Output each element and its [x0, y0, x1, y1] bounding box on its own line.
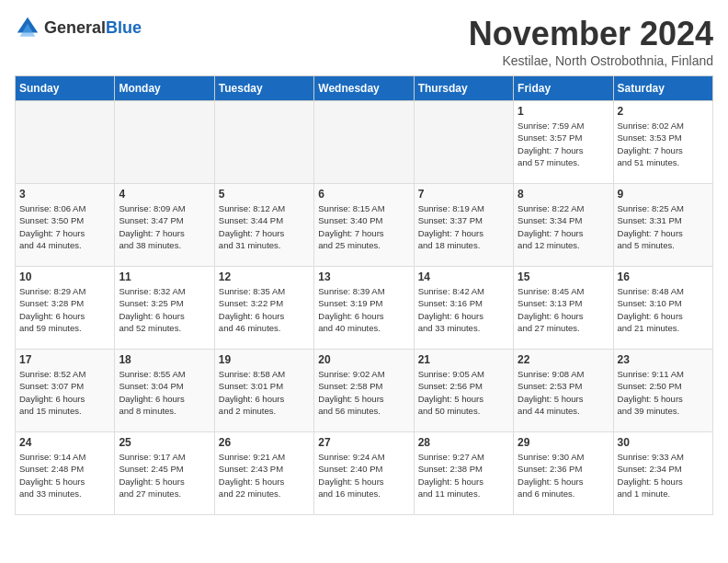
day-number: 14 [418, 270, 509, 283]
day-number: 3 [19, 188, 110, 201]
day-number: 22 [518, 353, 609, 366]
day-info: Sunrise: 8:09 AM Sunset: 3:47 PM Dayligh… [119, 202, 210, 251]
day-info: Sunrise: 8:29 AM Sunset: 3:28 PM Dayligh… [19, 285, 110, 334]
header: GeneralBlue November 2024 Kestilae, Nort… [15, 15, 713, 68]
weekday-header-tuesday: Tuesday [214, 76, 313, 101]
day-number: 21 [418, 353, 509, 366]
calendar-cell: 12Sunrise: 8:35 AM Sunset: 3:22 PM Dayli… [214, 267, 313, 350]
day-number: 10 [19, 270, 110, 283]
calendar-cell: 28Sunrise: 9:27 AM Sunset: 2:38 PM Dayli… [414, 432, 513, 515]
calendar-cell: 18Sunrise: 8:55 AM Sunset: 3:04 PM Dayli… [115, 350, 214, 432]
day-info: Sunrise: 9:05 AM Sunset: 2:56 PM Dayligh… [418, 368, 509, 417]
day-info: Sunrise: 9:11 AM Sunset: 2:50 PM Dayligh… [618, 368, 709, 417]
weekday-header-row: SundayMondayTuesdayWednesdayThursdayFrid… [16, 76, 713, 101]
day-number: 28 [418, 436, 509, 449]
day-info: Sunrise: 8:02 AM Sunset: 3:53 PM Dayligh… [618, 120, 709, 168]
calendar-cell: 22Sunrise: 9:08 AM Sunset: 2:53 PM Dayli… [514, 350, 613, 432]
day-info: Sunrise: 8:58 AM Sunset: 3:01 PM Dayligh… [219, 368, 310, 417]
day-number: 4 [119, 188, 210, 201]
day-number: 17 [19, 353, 110, 366]
calendar-cell: 21Sunrise: 9:05 AM Sunset: 2:56 PM Dayli… [414, 350, 513, 432]
day-info: Sunrise: 8:52 AM Sunset: 3:07 PM Dayligh… [19, 368, 110, 417]
weekday-header-wednesday: Wednesday [314, 76, 414, 101]
calendar-cell [214, 101, 313, 184]
calendar: SundayMondayTuesdayWednesdayThursdayFrid… [15, 75, 713, 515]
weekday-header-thursday: Thursday [414, 76, 513, 101]
calendar-cell: 25Sunrise: 9:17 AM Sunset: 2:45 PM Dayli… [115, 432, 214, 515]
day-number: 6 [318, 188, 409, 201]
day-info: Sunrise: 8:39 AM Sunset: 3:19 PM Dayligh… [318, 285, 409, 334]
calendar-cell: 15Sunrise: 8:45 AM Sunset: 3:13 PM Dayli… [514, 267, 613, 350]
calendar-cell: 11Sunrise: 8:32 AM Sunset: 3:25 PM Dayli… [115, 267, 214, 350]
week-row-5: 24Sunrise: 9:14 AM Sunset: 2:48 PM Dayli… [16, 432, 713, 515]
calendar-cell: 24Sunrise: 9:14 AM Sunset: 2:48 PM Dayli… [16, 432, 115, 515]
title-area: November 2024 Kestilae, North Ostrobothn… [469, 15, 713, 68]
calendar-cell: 8Sunrise: 8:22 AM Sunset: 3:34 PM Daylig… [514, 184, 613, 267]
day-number: 1 [518, 105, 609, 118]
calendar-cell: 19Sunrise: 8:58 AM Sunset: 3:01 PM Dayli… [214, 350, 313, 432]
calendar-cell: 17Sunrise: 8:52 AM Sunset: 3:07 PM Dayli… [16, 350, 115, 432]
day-info: Sunrise: 9:08 AM Sunset: 2:53 PM Dayligh… [518, 368, 609, 417]
calendar-cell: 14Sunrise: 8:42 AM Sunset: 3:16 PM Dayli… [414, 267, 513, 350]
day-number: 23 [618, 353, 709, 366]
week-row-3: 10Sunrise: 8:29 AM Sunset: 3:28 PM Dayli… [16, 267, 713, 350]
calendar-cell: 7Sunrise: 8:19 AM Sunset: 3:37 PM Daylig… [414, 184, 513, 267]
day-info: Sunrise: 9:02 AM Sunset: 2:58 PM Dayligh… [318, 368, 409, 417]
calendar-cell: 4Sunrise: 8:09 AM Sunset: 3:47 PM Daylig… [115, 184, 214, 267]
day-info: Sunrise: 8:06 AM Sunset: 3:50 PM Dayligh… [19, 202, 110, 251]
day-number: 12 [219, 270, 310, 283]
week-row-2: 3Sunrise: 8:06 AM Sunset: 3:50 PM Daylig… [16, 184, 713, 267]
weekday-header-sunday: Sunday [16, 76, 115, 101]
day-info: Sunrise: 8:25 AM Sunset: 3:31 PM Dayligh… [618, 202, 709, 251]
location-title: Kestilae, North Ostrobothnia, Finland [469, 53, 713, 68]
calendar-cell: 20Sunrise: 9:02 AM Sunset: 2:58 PM Dayli… [314, 350, 414, 432]
weekday-header-monday: Monday [115, 76, 214, 101]
calendar-cell: 3Sunrise: 8:06 AM Sunset: 3:50 PM Daylig… [16, 184, 115, 267]
calendar-cell: 27Sunrise: 9:24 AM Sunset: 2:40 PM Dayli… [314, 432, 414, 515]
calendar-cell: 26Sunrise: 9:21 AM Sunset: 2:43 PM Dayli… [214, 432, 313, 515]
day-info: Sunrise: 9:17 AM Sunset: 2:45 PM Dayligh… [119, 451, 210, 500]
day-info: Sunrise: 9:21 AM Sunset: 2:43 PM Dayligh… [219, 451, 310, 500]
day-number: 7 [418, 188, 509, 201]
day-number: 2 [618, 105, 709, 118]
day-info: Sunrise: 8:19 AM Sunset: 3:37 PM Dayligh… [418, 202, 509, 251]
calendar-cell: 9Sunrise: 8:25 AM Sunset: 3:31 PM Daylig… [613, 184, 712, 267]
day-number: 24 [19, 436, 110, 449]
month-title: November 2024 [469, 15, 713, 53]
day-info: Sunrise: 8:45 AM Sunset: 3:13 PM Dayligh… [518, 285, 609, 334]
calendar-cell: 29Sunrise: 9:30 AM Sunset: 2:36 PM Dayli… [514, 432, 613, 515]
weekday-header-friday: Friday [514, 76, 613, 101]
calendar-cell: 5Sunrise: 8:12 AM Sunset: 3:44 PM Daylig… [214, 184, 313, 267]
calendar-cell [314, 101, 414, 184]
day-number: 25 [119, 436, 210, 449]
calendar-cell [16, 101, 115, 184]
calendar-cell: 10Sunrise: 8:29 AM Sunset: 3:28 PM Dayli… [16, 267, 115, 350]
logo-general: General [44, 18, 106, 37]
day-info: Sunrise: 8:35 AM Sunset: 3:22 PM Dayligh… [219, 285, 310, 334]
day-number: 5 [219, 188, 310, 201]
calendar-cell [115, 101, 214, 184]
calendar-cell: 16Sunrise: 8:48 AM Sunset: 3:10 PM Dayli… [613, 267, 712, 350]
calendar-cell: 23Sunrise: 9:11 AM Sunset: 2:50 PM Dayli… [613, 350, 712, 432]
calendar-cell: 6Sunrise: 8:15 AM Sunset: 3:40 PM Daylig… [314, 184, 414, 267]
day-info: Sunrise: 9:33 AM Sunset: 2:34 PM Dayligh… [618, 451, 709, 500]
day-info: Sunrise: 7:59 AM Sunset: 3:57 PM Dayligh… [518, 120, 609, 168]
week-row-4: 17Sunrise: 8:52 AM Sunset: 3:07 PM Dayli… [16, 350, 713, 432]
day-number: 9 [618, 188, 709, 201]
day-info: Sunrise: 8:15 AM Sunset: 3:40 PM Dayligh… [318, 202, 409, 251]
logo-blue: Blue [106, 18, 142, 37]
day-number: 8 [518, 188, 609, 201]
day-number: 16 [618, 270, 709, 283]
day-number: 27 [318, 436, 409, 449]
day-info: Sunrise: 9:24 AM Sunset: 2:40 PM Dayligh… [318, 451, 409, 500]
day-number: 29 [518, 436, 609, 449]
calendar-cell [414, 101, 513, 184]
calendar-cell: 30Sunrise: 9:33 AM Sunset: 2:34 PM Dayli… [613, 432, 712, 515]
logo-icon [15, 15, 40, 40]
day-number: 13 [318, 270, 409, 283]
calendar-cell: 1Sunrise: 7:59 AM Sunset: 3:57 PM Daylig… [514, 101, 613, 184]
week-row-1: 1Sunrise: 7:59 AM Sunset: 3:57 PM Daylig… [16, 101, 713, 184]
day-info: Sunrise: 8:48 AM Sunset: 3:10 PM Dayligh… [618, 285, 709, 334]
day-info: Sunrise: 9:30 AM Sunset: 2:36 PM Dayligh… [518, 451, 609, 500]
day-info: Sunrise: 9:27 AM Sunset: 2:38 PM Dayligh… [418, 451, 509, 500]
